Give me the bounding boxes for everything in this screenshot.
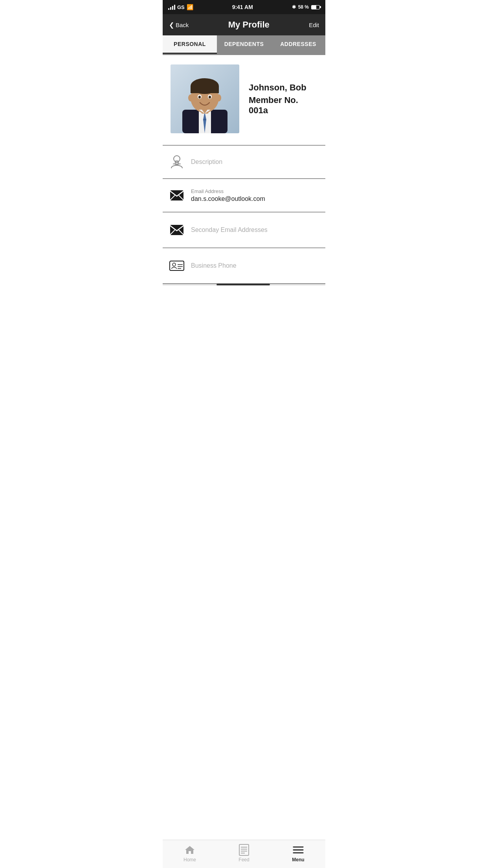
secondary-email-row[interactable]: Seconday Email Addresses	[163, 212, 325, 248]
email-label: Email Address	[191, 188, 319, 194]
profile-photo-svg	[171, 64, 239, 133]
svg-rect-28	[170, 261, 184, 270]
description-row[interactable]: Description	[163, 145, 325, 178]
tab-dependents[interactable]: DEPENDENTS	[217, 35, 271, 54]
svg-point-12	[198, 96, 201, 99]
description-placeholder: Description	[191, 158, 319, 166]
secondary-email-icon	[169, 222, 185, 238]
svg-point-29	[172, 263, 176, 266]
bluetooth-icon: ✱	[292, 4, 296, 10]
profile-header: Johnson, Bob Member No. 001a	[163, 55, 325, 145]
status-time: 9:41 AM	[232, 4, 253, 10]
tab-personal[interactable]: PERSONAL	[163, 35, 217, 54]
tab-addresses[interactable]: ADDRESSES	[271, 35, 325, 54]
profile-info: Johnson, Bob Member No. 001a	[249, 82, 317, 116]
back-label: Back	[176, 22, 189, 28]
email-content: Email Address dan.s.cooke@outlook.com	[191, 188, 319, 202]
email-value: dan.s.cooke@outlook.com	[191, 195, 319, 202]
svg-marker-5	[203, 119, 206, 120]
email-icon	[169, 188, 185, 203]
tabs-bar: PERSONAL DEPENDENTS ADDRESSES	[163, 35, 325, 55]
status-left: GS 📶	[168, 4, 193, 10]
wifi-icon: 📶	[187, 4, 193, 10]
svg-point-15	[216, 94, 221, 101]
secondary-email-placeholder: Seconday Email Addresses	[191, 226, 319, 234]
back-button[interactable]: ❮ Back	[169, 21, 189, 29]
svg-point-14	[188, 94, 193, 101]
profile-name: Johnson, Bob	[249, 82, 317, 94]
nav-bar: ❮ Back My Profile Edit	[163, 14, 325, 35]
business-phone-content: Business Phone	[191, 262, 319, 269]
description-content: Description	[191, 158, 319, 166]
secondary-email-content: Seconday Email Addresses	[191, 226, 319, 234]
scroll-thumb	[216, 284, 270, 285]
business-phone-placeholder: Business Phone	[191, 262, 319, 269]
status-right: ✱ 58 %	[292, 4, 320, 10]
page-title: My Profile	[228, 20, 270, 30]
content-area: Johnson, Bob Member No. 001a Description	[163, 55, 325, 317]
profile-member-no: Member No. 001a	[249, 95, 317, 116]
profile-photo	[171, 64, 239, 133]
svg-rect-22	[170, 190, 183, 200]
svg-rect-25	[170, 225, 183, 235]
back-chevron-icon: ❮	[169, 21, 174, 29]
signal-bars-icon	[168, 5, 175, 10]
battery-icon	[311, 5, 320, 9]
business-phone-row[interactable]: Business Phone	[163, 248, 325, 283]
svg-point-13	[209, 96, 211, 99]
status-bar: GS 📶 9:41 AM ✱ 58 %	[163, 0, 325, 14]
edit-button[interactable]: Edit	[309, 22, 319, 28]
svg-rect-20	[173, 164, 181, 164]
battery-percent: 58 %	[298, 4, 309, 10]
svg-rect-9	[191, 86, 219, 93]
email-row[interactable]: Email Address dan.s.cooke@outlook.com	[163, 179, 325, 212]
carrier-label: GS	[177, 4, 185, 10]
scroll-indicator	[163, 284, 325, 285]
person-icon	[169, 154, 185, 170]
id-card-icon	[169, 258, 185, 274]
